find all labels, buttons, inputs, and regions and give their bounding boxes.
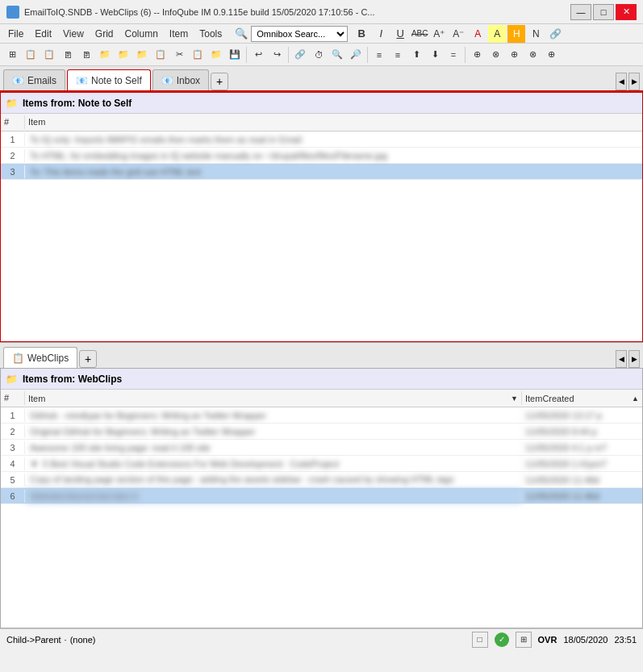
tab-note-to-self[interactable]: 📧 Note to Self bbox=[67, 69, 151, 90]
tab-nav-right[interactable]: ▶ bbox=[628, 73, 640, 90]
menu-file[interactable]: File bbox=[3, 27, 28, 41]
tb-up[interactable]: ⬆ bbox=[407, 46, 425, 64]
lower-col-item[interactable]: Item ▼ bbox=[25, 391, 521, 405]
row-item[interactable]: ▼ 5 Best Visual Studio Code Extensions F… bbox=[25, 457, 521, 470]
tb-down[interactable]: ⬇ bbox=[426, 46, 444, 64]
status-right: □ ✓ ⊞ OVR 18/05/2020 23:51 bbox=[472, 632, 637, 648]
link-btn2[interactable]: 🔗 bbox=[546, 25, 564, 43]
close-button[interactable]: ✕ bbox=[616, 4, 637, 20]
menu-edit[interactable]: Edit bbox=[30, 27, 56, 41]
table-row[interactable]: 4 ▼ 5 Best Visual Studio Code Extensions… bbox=[1, 456, 642, 472]
upper-panel: 📁 Items from: Note to Self # Item 1 To I… bbox=[0, 92, 643, 342]
table-row[interactable]: 2 Original GitHub for Beginners: Writing… bbox=[1, 424, 642, 440]
tb-add2[interactable]: ⊕ bbox=[505, 46, 523, 64]
upper-add-tab-button[interactable]: + bbox=[211, 73, 228, 90]
upper-panel-header-icon: 📁 bbox=[6, 98, 18, 109]
tb-zoom[interactable]: 🔎 bbox=[347, 46, 365, 64]
tb-btn-2[interactable]: 📋 bbox=[40, 46, 58, 64]
omnibox-select[interactable]: Omnibox Searc... bbox=[251, 26, 348, 42]
row-item-created: 11/05/2020 13:17 p bbox=[521, 409, 642, 422]
row-item[interactable]: Awesome 100 site living page: read it 10… bbox=[25, 441, 521, 454]
lower-add-tab-button[interactable]: + bbox=[79, 350, 97, 368]
special-n-btn[interactable]: N bbox=[527, 25, 545, 43]
tb-rem2[interactable]: ⊗ bbox=[524, 46, 541, 64]
tab-nav-left[interactable]: ◀ bbox=[616, 73, 627, 90]
row-item[interactable]: Copy of landing page section of this pag… bbox=[25, 472, 521, 486]
row-item-created: 11/05/2020 9:44 p bbox=[521, 425, 642, 438]
font-color-btn[interactable]: A bbox=[469, 25, 486, 43]
row-item[interactable]: GitHub - mindtype for Beginners: Writing… bbox=[25, 409, 521, 422]
table-row[interactable]: 2 To HTML: for embedding images in IQ we… bbox=[1, 148, 642, 164]
tb-link[interactable]: 🔗 bbox=[291, 46, 309, 64]
tb-btn-8[interactable]: 📋 bbox=[152, 46, 169, 64]
table-row[interactable]: 1 To IQ only: Imports IMAP/G emails then… bbox=[1, 131, 642, 148]
lower-panel-header-text: Items from: WebClips bbox=[23, 374, 122, 385]
special-h-btn[interactable]: H bbox=[507, 25, 525, 43]
menu-tools[interactable]: Tools bbox=[194, 27, 227, 41]
item-filter-icon: ▼ bbox=[511, 394, 518, 403]
tb-btn-9[interactable]: ✂ bbox=[170, 46, 188, 64]
lower-tab-nav-right[interactable]: ▶ bbox=[628, 350, 640, 368]
menu-grid[interactable]: Grid bbox=[90, 27, 119, 41]
tab-inbox[interactable]: 📧 Inbox bbox=[152, 69, 209, 90]
tb-btn-11[interactable]: 📁 bbox=[207, 46, 225, 64]
tab-webclips[interactable]: 📋 WebClips bbox=[3, 347, 77, 368]
table-row[interactable]: 5 Copy of landing page section of this p… bbox=[1, 472, 642, 488]
tb-rem-col[interactable]: ⊗ bbox=[486, 46, 504, 64]
tb-undo[interactable]: ↩ bbox=[249, 46, 267, 64]
tb-btn-12[interactable]: 💾 bbox=[226, 46, 244, 64]
tab-inbox-label: Inbox bbox=[177, 75, 200, 86]
bold-btn[interactable]: B bbox=[353, 25, 370, 43]
font-smaller-btn[interactable]: A⁻ bbox=[449, 25, 467, 43]
title-bar-left: EmailToIQ.SNDB - WebClips (6) -- InfoQub… bbox=[6, 6, 375, 19]
row-item[interactable]: To HTML: for embedding images in IQ webs… bbox=[25, 149, 642, 162]
highlight-btn[interactable]: A bbox=[488, 25, 506, 43]
row-item-created: 11/05/2020 11:46d bbox=[521, 490, 642, 503]
tb-btn-5[interactable]: 📁 bbox=[96, 46, 114, 64]
tb-add3[interactable]: ⊕ bbox=[542, 46, 560, 64]
tb-align1[interactable]: ≡ bbox=[370, 46, 388, 64]
tb-btn-1[interactable]: 📋 bbox=[22, 46, 40, 64]
tb-time[interactable]: ⏱ bbox=[310, 46, 328, 64]
table-row-selected[interactable]: 6 Selected blurred text item 6 11/05/202… bbox=[1, 488, 642, 504]
maximize-button[interactable]: □ bbox=[593, 4, 614, 20]
row-num: 3 bbox=[1, 441, 25, 454]
lower-col-created[interactable]: ItemCreated ▲ bbox=[521, 391, 642, 405]
tb-eq[interactable]: = bbox=[445, 46, 462, 64]
font-bigger-btn[interactable]: A⁺ bbox=[430, 25, 448, 43]
tb-add-col[interactable]: ⊕ bbox=[468, 46, 486, 64]
tab-emails[interactable]: 📧 Emails bbox=[3, 69, 65, 90]
menu-item[interactable]: Item bbox=[165, 27, 193, 41]
tb-align2[interactable]: ≡ bbox=[389, 46, 407, 64]
row-num: 2 bbox=[1, 425, 25, 438]
menu-view[interactable]: View bbox=[58, 27, 89, 41]
status-mode: OVR bbox=[538, 635, 557, 645]
toolbar-main: ⊞ 📋 📋 🖹 🖹 📁 📁 📁 📋 ✂ 📋 📁 💾 ↩ ↪ 🔗 ⏱ 🔍 🔎 ≡ … bbox=[0, 44, 643, 66]
tb-search[interactable]: 🔍 bbox=[328, 46, 346, 64]
row-item[interactable]: To IQ only: Imports IMAP/G emails then m… bbox=[25, 133, 642, 146]
upper-col-item: Item bbox=[25, 115, 642, 129]
row-item[interactable]: To: This items made the grid use HTML te… bbox=[25, 165, 642, 178]
tb-btn-10[interactable]: 📋 bbox=[189, 46, 207, 64]
menu-column[interactable]: Column bbox=[120, 27, 163, 41]
table-row[interactable]: 3 Awesome 100 site living page: read it … bbox=[1, 440, 642, 456]
table-row-selected[interactable]: 3 To: This items made the grid use HTML … bbox=[1, 164, 642, 180]
status-grid-icon[interactable]: ⊞ bbox=[516, 632, 532, 648]
row-item[interactable]: Original GitHub for Beginners: Writing a… bbox=[25, 425, 521, 438]
tb-btn-6[interactable]: 📁 bbox=[115, 46, 132, 64]
status-db-icon[interactable]: □ bbox=[472, 632, 488, 648]
row-item[interactable]: Selected blurred text item 6 bbox=[25, 490, 521, 503]
strikethrough-btn[interactable]: ABC bbox=[411, 25, 428, 43]
lower-tab-nav-left[interactable]: ◀ bbox=[616, 350, 627, 368]
tb-btn-3[interactable]: 🖹 bbox=[59, 46, 77, 64]
table-row[interactable]: 1 GitHub - mindtype for Beginners: Writi… bbox=[1, 407, 642, 424]
minimize-button[interactable]: — bbox=[570, 4, 591, 20]
underline-btn[interactable]: U bbox=[391, 25, 409, 43]
tb-btn-4[interactable]: 🖹 bbox=[77, 46, 95, 64]
tb-redo[interactable]: ↪ bbox=[268, 46, 286, 64]
tb-btn-7[interactable]: 📁 bbox=[133, 46, 151, 64]
lower-panel: 📁 Items from: WebClips # Item ▼ ItemCrea… bbox=[0, 368, 643, 628]
tb-btn-0[interactable]: ⊞ bbox=[3, 46, 21, 64]
row-num: 1 bbox=[1, 409, 25, 422]
italic-btn[interactable]: I bbox=[372, 25, 390, 43]
